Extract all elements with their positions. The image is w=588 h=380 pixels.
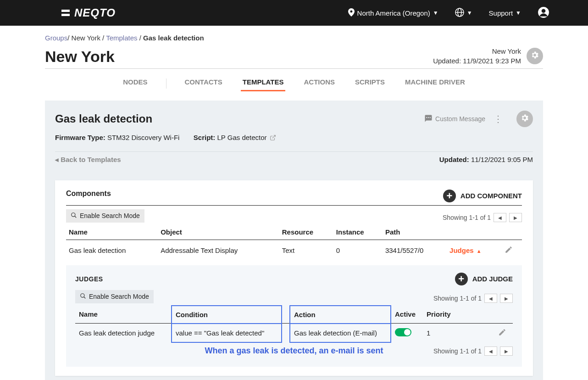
support-label: Support <box>489 9 513 17</box>
plus-icon: + <box>455 273 468 285</box>
search-label: Enable Search Mode <box>80 212 140 219</box>
pager-prev[interactable]: ◀ <box>484 294 497 303</box>
enable-search-mode[interactable]: Enable Search Mode <box>66 209 144 223</box>
judges-title: JUDGES <box>75 275 103 283</box>
col-action: Action <box>290 306 391 324</box>
globe-icon <box>455 8 464 18</box>
tabs: NODES CONTACTS TEMPLATES ACTIONS SCRIPTS… <box>45 69 543 91</box>
edit-judge-button[interactable] <box>494 324 513 343</box>
tab-machine-driver[interactable]: MACHINE DRIVER <box>403 75 467 91</box>
template-panel: Gas leak detection Custom Message ⋮ Firm… <box>45 101 543 380</box>
support-menu[interactable]: Support ▼ <box>489 9 521 17</box>
components-showing: Showing 1-1 of 1 <box>443 214 491 221</box>
script-value: LP Gas detector <box>217 134 266 141</box>
breadcrumb-current: Gas leak detection <box>143 34 204 42</box>
caret-down-icon: ▼ <box>433 10 438 16</box>
tab-divider <box>166 78 166 89</box>
more-menu[interactable]: ⋮ <box>492 113 505 124</box>
updated-value: 11/12/2021 9:05 PM <box>471 156 533 163</box>
col-resource: Resource <box>279 224 333 240</box>
user-menu[interactable] <box>538 6 549 20</box>
add-judge-button[interactable]: + ADD JUDGE <box>455 273 513 285</box>
enable-search-mode-judges[interactable]: Enable Search Mode <box>75 290 154 303</box>
pager-next[interactable]: ▶ <box>509 213 522 222</box>
firmware-type-label: Firmware Type: <box>55 134 105 141</box>
custom-message-label: Custom Message <box>435 115 485 123</box>
cell-condition: value == "Gas leak detected" <box>172 324 282 343</box>
cell-action: Gas leak detection (E-mail) <box>290 324 391 343</box>
svg-line-10 <box>84 296 86 298</box>
caret-up-icon: ▲ <box>477 248 482 254</box>
components-card: Components + ADD COMPONENT Enable Search… <box>55 180 533 376</box>
add-judge-label: ADD JUDGE <box>472 275 513 283</box>
breadcrumb: Groups/ New York / Templates / Gas leak … <box>45 26 543 46</box>
language-selector[interactable]: ▼ <box>455 8 472 18</box>
judges-showing: Showing 1-1 of 1 <box>433 295 482 302</box>
cell-resource: Text <box>279 240 333 261</box>
cell-name: Gas leak detection <box>66 240 158 261</box>
gear-icon <box>530 50 539 61</box>
col-judge-name: Name <box>75 306 172 324</box>
col-path: Path <box>383 224 447 240</box>
chat-icon <box>424 114 433 124</box>
user-icon <box>538 6 549 20</box>
tab-actions[interactable]: ACTIONS <box>302 75 337 91</box>
brand-text: NEQTO <box>74 6 116 19</box>
caret-down-icon: ▼ <box>467 10 472 16</box>
search-icon <box>71 212 77 220</box>
svg-line-8 <box>75 216 77 218</box>
col-instance: Instance <box>333 224 383 240</box>
add-component-label: ADD COMPONENT <box>460 192 522 200</box>
title-row: New York New York Updated: 11/9/2021 9:2… <box>45 46 543 69</box>
add-component-button[interactable]: + ADD COMPONENT <box>443 190 522 202</box>
col-object: Object <box>158 224 279 240</box>
edit-component-button[interactable] <box>502 240 522 261</box>
back-to-templates[interactable]: ◂ Back to Templates <box>55 156 121 164</box>
judges-toggle[interactable]: Judges ▲ <box>449 246 482 254</box>
table-row: Gas leak detection judge value == "Gas l… <box>75 324 513 343</box>
brand-icon <box>61 9 70 17</box>
search-icon <box>80 293 86 301</box>
cell-instance: 0 <box>333 240 383 261</box>
table-row: Gas leak detection Addressable Text Disp… <box>66 240 522 261</box>
svg-point-9 <box>81 293 84 297</box>
caret-down-icon: ▼ <box>516 10 521 16</box>
page-title: New York <box>45 48 115 66</box>
judges-table: Name Condition Action Active Priority Ga… <box>75 305 513 343</box>
tab-templates[interactable]: TEMPLATES <box>241 75 286 91</box>
tab-scripts[interactable]: SCRIPTS <box>353 75 387 91</box>
col-active: Active <box>391 306 423 324</box>
pager-next[interactable]: ▶ <box>500 346 513 356</box>
col-condition: Condition <box>172 306 282 324</box>
cell-object: Addressable Text Display <box>158 240 279 261</box>
template-title: Gas leak detection <box>55 112 152 125</box>
region-selector[interactable]: North America (Oregon) ▼ <box>348 8 438 18</box>
svg-point-6 <box>542 9 546 13</box>
settings-button[interactable] <box>527 48 543 64</box>
breadcrumb-group: New York <box>72 34 100 42</box>
active-toggle[interactable] <box>395 328 411 336</box>
components-table: Name Object Resource Instance Path Gas l… <box>66 224 522 261</box>
tab-nodes[interactable]: NODES <box>121 75 149 91</box>
gear-icon <box>520 113 529 124</box>
svg-point-7 <box>72 212 75 216</box>
breadcrumb-templates[interactable]: Templates <box>106 34 137 42</box>
custom-message-button[interactable]: Custom Message <box>424 114 485 124</box>
judges-panel: JUDGES + ADD JUDGE Enable Search Mode <box>66 265 522 367</box>
col-name: Name <box>66 224 158 240</box>
brand[interactable]: NEQTO <box>61 6 116 19</box>
cell-judge-name: Gas leak detection judge <box>75 324 172 343</box>
breadcrumb-groups[interactable]: Groups <box>45 34 67 42</box>
svg-rect-1 <box>61 14 70 16</box>
topbar: NEQTO North America (Oregon) ▼ ▼ Support… <box>0 0 588 26</box>
pager-prev[interactable]: ◀ <box>494 213 506 222</box>
title-meta-group: New York <box>433 46 521 56</box>
search-label: Enable Search Mode <box>89 293 149 300</box>
external-link-icon[interactable] <box>270 134 276 142</box>
pager-prev[interactable]: ◀ <box>484 346 497 356</box>
svg-rect-0 <box>61 10 70 12</box>
tab-contacts[interactable]: CONTACTS <box>183 75 224 91</box>
cell-path: 3341/5527/0 <box>383 240 447 261</box>
template-settings-button[interactable] <box>516 111 533 127</box>
pager-next[interactable]: ▶ <box>500 294 513 303</box>
